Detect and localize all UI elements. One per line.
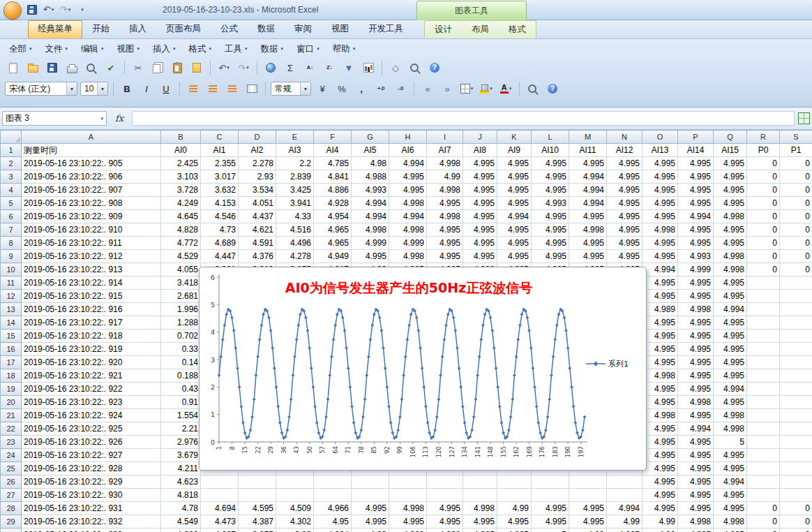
cell[interactable]: 4.998 — [642, 369, 678, 383]
cell[interactable]: 4.516 — [276, 223, 314, 237]
cell[interactable]: 2019-05-16 23:10:22:. 924 — [22, 409, 161, 422]
open-button[interactable] — [24, 60, 42, 75]
cell[interactable]: 4.988 — [352, 170, 389, 184]
cell[interactable]: 4.995 — [497, 184, 532, 197]
column-header-O[interactable]: O — [642, 131, 678, 144]
cell[interactable]: 3.679 — [161, 449, 201, 462]
cell[interactable]: 4.995 — [642, 475, 678, 489]
cell[interactable]: 4.772 — [161, 237, 201, 250]
row-header-14[interactable]: 14 — [1, 316, 22, 330]
cell[interactable]: 4.995 — [714, 330, 747, 343]
cell[interactable]: AI1 — [201, 144, 239, 157]
cell[interactable]: 4.995 — [678, 356, 714, 369]
cell[interactable]: 2019-05-16 23:10:22:. 917 — [22, 316, 161, 330]
cell[interactable]: 4.995 — [427, 197, 463, 210]
cell[interactable]: 4.998 — [352, 223, 389, 237]
name-box[interactable]: 图表 3 ▾ — [2, 111, 107, 126]
cell[interactable]: 4.995 — [714, 502, 747, 515]
cell[interactable]: P1 — [780, 144, 812, 157]
cell[interactable]: 4.994 — [569, 197, 607, 210]
cell[interactable]: 4.994 — [642, 263, 678, 276]
column-header-A[interactable]: A — [22, 131, 161, 144]
cell[interactable]: 4.998 — [678, 303, 714, 316]
cell[interactable]: 0 — [780, 170, 812, 184]
cell[interactable] — [389, 489, 427, 502]
cell[interactable]: 4.995 — [497, 529, 532, 532]
cell[interactable]: 4.785 — [314, 157, 352, 170]
cell[interactable]: 4.995 — [714, 276, 747, 290]
row-header-5[interactable]: 5 — [1, 197, 22, 210]
cell[interactable]: 2019-05-16 23:10:22:. 906 — [22, 170, 161, 184]
cell[interactable]: 2019-05-16 23:10:22:. 932 — [22, 515, 161, 529]
currency-button[interactable]: ¥ — [313, 81, 331, 96]
cell[interactable]: 4.998 — [389, 223, 427, 237]
cell[interactable]: AI14 — [678, 144, 714, 157]
cell[interactable]: 4.994 — [497, 210, 532, 223]
cell[interactable]: 4.027 — [201, 529, 239, 532]
percent-button[interactable]: % — [333, 81, 351, 96]
cell[interactable] — [780, 396, 812, 409]
cell[interactable]: 4.995 — [642, 290, 678, 303]
cell[interactable]: 4.995 — [678, 197, 714, 210]
cell[interactable]: AI0 — [161, 144, 201, 157]
cell[interactable]: 4.995 — [463, 223, 497, 237]
cell[interactable]: 3.941 — [276, 197, 314, 210]
cell[interactable]: 4.995 — [678, 316, 714, 330]
cell[interactable]: 1.996 — [161, 303, 201, 316]
cell[interactable]: 4.989 — [642, 303, 678, 316]
cell[interactable]: 4.995 — [642, 356, 678, 369]
cell[interactable]: 4.995 — [678, 502, 714, 515]
cell[interactable]: 4.995 — [678, 383, 714, 396]
row-header-16[interactable]: 16 — [1, 343, 22, 356]
cell[interactable]: 4.645 — [161, 210, 201, 223]
cell[interactable]: 4.995 — [569, 502, 607, 515]
tab-format[interactable]: 格式 — [499, 21, 536, 38]
help-button[interactable] — [426, 60, 444, 75]
cell[interactable]: 4.995 — [678, 489, 714, 502]
tab-home[interactable]: 开始 — [82, 20, 119, 38]
row-header-17[interactable]: 17 — [1, 356, 22, 369]
column-header-B[interactable]: B — [161, 131, 201, 144]
cell[interactable] — [747, 409, 780, 422]
cell[interactable]: 3.425 — [276, 184, 314, 197]
cell[interactable]: 0.702 — [161, 330, 201, 343]
cell[interactable]: 4.998 — [714, 515, 747, 529]
cell[interactable]: 4.841 — [314, 170, 352, 184]
cell[interactable]: 2019-05-16 23:10:22:. 929 — [22, 475, 161, 489]
cell[interactable]: 4.995 — [389, 184, 427, 197]
cell[interactable]: 4.995 — [607, 184, 642, 197]
tab-classic-menu[interactable]: 经典菜单 — [28, 20, 82, 38]
cell[interactable]: 4.995 — [427, 237, 463, 250]
cell[interactable]: 4.376 — [239, 250, 276, 263]
cell[interactable]: 4.78 — [161, 502, 201, 515]
cell[interactable]: 2019-05-16 23:10:22:. 918 — [22, 330, 161, 343]
cell[interactable]: 2.2 — [276, 157, 314, 170]
cell[interactable]: 4.995 — [678, 170, 714, 184]
cell[interactable]: 4.995 — [642, 436, 678, 449]
cell[interactable] — [747, 330, 780, 343]
cell[interactable]: 4.995 — [714, 449, 747, 462]
cell[interactable]: 0 — [780, 263, 812, 276]
office-button[interactable] — [3, 1, 22, 20]
cell[interactable]: 5 — [714, 436, 747, 449]
cell[interactable]: 4.928 — [314, 197, 352, 210]
cell[interactable]: 4.999 — [678, 263, 714, 276]
cell[interactable]: 4.994 — [569, 170, 607, 184]
italic-button[interactable]: I — [137, 81, 156, 96]
cell[interactable] — [747, 449, 780, 462]
font-name-combo[interactable]: 宋体 (正文)▼ — [5, 82, 77, 96]
autosum-button[interactable]: Σ — [281, 60, 299, 75]
cell[interactable]: 4.886 — [314, 184, 352, 197]
row-header-3[interactable]: 3 — [1, 170, 22, 184]
menu-view[interactable]: 视图▾ — [111, 42, 146, 57]
cell[interactable]: AI10 — [532, 144, 569, 157]
cell[interactable]: 4.995 — [678, 369, 714, 383]
save-button[interactable] — [43, 60, 61, 75]
cell[interactable]: 4.995 — [678, 343, 714, 356]
cell[interactable]: 4.995 — [532, 170, 569, 184]
menu-tools[interactable]: 工具▾ — [218, 42, 254, 57]
cell[interactable]: 1.288 — [161, 316, 201, 330]
menu-data[interactable]: 数据▾ — [255, 42, 290, 57]
cell[interactable]: 0 — [747, 157, 780, 170]
cell[interactable] — [780, 316, 812, 330]
